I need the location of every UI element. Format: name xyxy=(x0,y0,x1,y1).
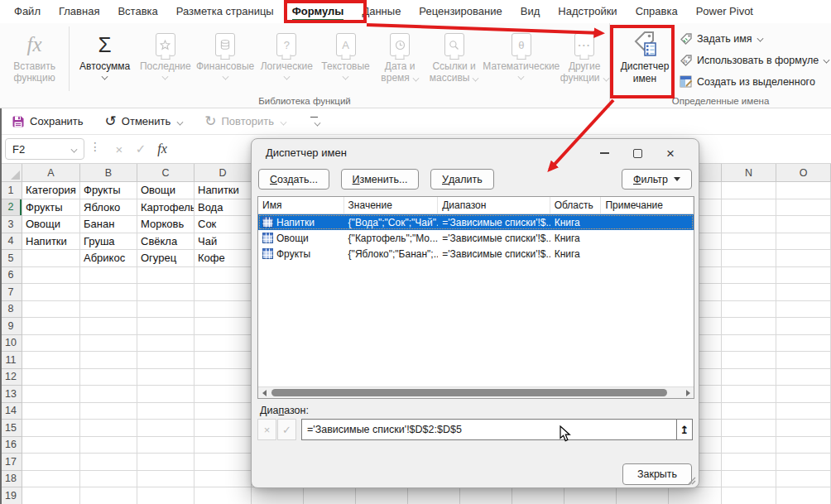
cell-D14[interactable] xyxy=(195,403,252,420)
cell-A10[interactable] xyxy=(22,335,80,353)
name-manager-button[interactable]: Диспетчер имен xyxy=(614,23,675,106)
cell-O10[interactable] xyxy=(776,335,831,353)
select-all-corner[interactable] xyxy=(0,164,22,182)
cell-C14[interactable] xyxy=(137,403,195,420)
horizontal-scrollbar[interactable] xyxy=(258,386,694,398)
cell-A12[interactable] xyxy=(22,369,80,386)
row-header-19[interactable]: 19 xyxy=(0,487,22,504)
cell-B16[interactable] xyxy=(80,437,137,454)
cell-D4[interactable]: Чай xyxy=(195,233,252,251)
ribbon-tab-0[interactable]: Файл xyxy=(5,0,50,23)
cell-B17[interactable] xyxy=(80,454,137,471)
cell-A8[interactable] xyxy=(22,301,80,319)
insert-function-fx-button[interactable]: fx xyxy=(152,138,172,160)
list-header-2[interactable]: Диапазон xyxy=(438,197,550,214)
column-header-A[interactable]: A xyxy=(22,164,80,182)
row-header-18[interactable]: 18 xyxy=(0,471,22,488)
cell-A3[interactable]: Овощи xyxy=(22,216,80,233)
cell-N13[interactable] xyxy=(722,386,776,403)
cell-B19[interactable] xyxy=(80,487,137,504)
cell-C6[interactable] xyxy=(137,267,195,285)
row-header-4[interactable]: 4 xyxy=(0,233,22,251)
column-header-B[interactable]: B xyxy=(80,164,137,182)
cell-O2[interactable] xyxy=(776,199,831,217)
cell-D1[interactable]: Напитки xyxy=(195,182,252,199)
cell-D5[interactable]: Кофе xyxy=(195,250,252,267)
save-button[interactable]: Сохранить xyxy=(12,115,84,128)
cell-B10[interactable] xyxy=(80,335,137,353)
row-header-9[interactable]: 9 xyxy=(0,318,22,335)
cell-D13[interactable] xyxy=(195,386,252,403)
cell-D8[interactable] xyxy=(195,301,252,319)
cell-N18[interactable] xyxy=(722,471,776,488)
cell-C7[interactable] xyxy=(137,284,195,301)
ribbon-tab-8[interactable]: Надстройки xyxy=(549,0,626,23)
ribbon-button-8[interactable]: θМатематические xyxy=(483,23,560,93)
cell-B12[interactable] xyxy=(80,369,137,386)
cell-C17[interactable] xyxy=(137,454,195,471)
name-box[interactable]: F2 xyxy=(5,138,84,160)
ribbon-tab-5[interactable]: Данные xyxy=(353,0,410,23)
filter-button[interactable]: Фильтр xyxy=(622,169,692,190)
cell-N4[interactable] xyxy=(722,233,776,251)
cell-A18[interactable] xyxy=(22,471,80,488)
cell-B14[interactable] xyxy=(80,403,137,420)
cell-1219[interactable] xyxy=(669,487,722,504)
undo-dropdown-chevron-icon[interactable] xyxy=(177,118,184,125)
cell-O11[interactable] xyxy=(776,352,831,369)
ribbon-tab-4[interactable]: Формулы xyxy=(283,0,353,23)
cancel-entry-button[interactable]: × xyxy=(109,138,129,160)
cell-N15[interactable] xyxy=(722,420,776,437)
cell-C1[interactable]: Овощи xyxy=(137,182,195,199)
cell-O4[interactable] xyxy=(776,233,831,251)
cell-C11[interactable] xyxy=(137,352,195,369)
cell-C16[interactable] xyxy=(137,437,195,454)
cell-A2[interactable]: Фрукты xyxy=(22,199,80,217)
cell-C2[interactable]: Картофель xyxy=(137,199,195,217)
cell-B18[interactable] xyxy=(80,471,137,488)
ribbon-button-5[interactable]: AТекстовые xyxy=(317,23,374,93)
cell-A19[interactable] xyxy=(22,487,80,504)
cell-D9[interactable] xyxy=(195,318,252,335)
row-header-12[interactable]: 12 xyxy=(0,369,22,386)
cell-N3[interactable] xyxy=(722,216,776,233)
cell-819[interactable] xyxy=(460,487,512,504)
row-header-8[interactable]: 8 xyxy=(0,301,22,319)
cell-O16[interactable] xyxy=(776,437,831,454)
row-header-13[interactable]: 13 xyxy=(0,386,22,403)
cell-A9[interactable] xyxy=(22,318,80,335)
cell-619[interactable] xyxy=(356,487,408,504)
cell-B9[interactable] xyxy=(80,318,137,335)
cell-O5[interactable] xyxy=(776,250,831,267)
row-header-6[interactable]: 6 xyxy=(0,267,22,285)
cell-A6[interactable] xyxy=(22,267,80,285)
cell-519[interactable] xyxy=(304,487,356,504)
cell-1019[interactable] xyxy=(564,487,617,504)
cell-D11[interactable] xyxy=(195,352,252,369)
cell-B1[interactable]: Фрукты xyxy=(80,182,137,199)
minimize-button[interactable] xyxy=(588,142,621,164)
scroll-left-button[interactable] xyxy=(258,387,270,398)
cell-D16[interactable] xyxy=(195,437,252,454)
create-button[interactable]: Создать... xyxy=(258,169,329,190)
defined-names-item-0[interactable]: Задать имя xyxy=(680,28,829,50)
cell-B11[interactable] xyxy=(80,352,137,369)
row-header-15[interactable]: 15 xyxy=(0,420,22,437)
cell-O8[interactable] xyxy=(776,301,831,319)
named-range-row-Фрукты[interactable]: Фрукты{"Яблоко";"Банан";...='Зависимые с… xyxy=(258,246,694,262)
row-header-7[interactable]: 7 xyxy=(0,284,22,301)
cell-O6[interactable] xyxy=(776,267,831,285)
row-header-16[interactable]: 16 xyxy=(0,437,22,454)
column-header-N[interactable]: N xyxy=(722,164,776,182)
close-button[interactable]: Закрыть xyxy=(622,463,692,485)
row-header-17[interactable]: 17 xyxy=(0,454,22,471)
ribbon-button-6[interactable]: Дата ивремя xyxy=(374,23,425,93)
cell-719[interactable] xyxy=(408,487,460,504)
ribbon-tab-9[interactable]: Справка xyxy=(627,0,687,23)
cell-A7[interactable] xyxy=(22,284,80,301)
ribbon-button-7[interactable]: Ссылки имассивы xyxy=(425,23,483,93)
ribbon-button-1[interactable]: ΣАвтосумма xyxy=(73,23,137,93)
maximize-button[interactable] xyxy=(621,142,654,164)
cell-C5[interactable]: Огурец xyxy=(137,250,195,267)
ribbon-button-2[interactable]: Последние xyxy=(137,23,194,93)
